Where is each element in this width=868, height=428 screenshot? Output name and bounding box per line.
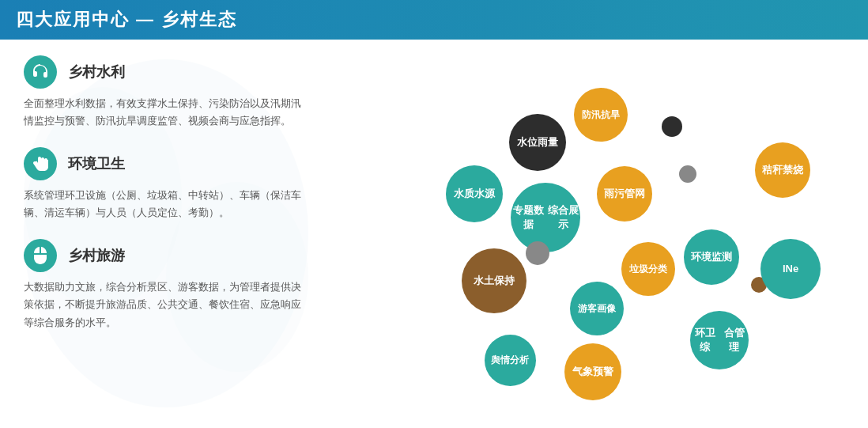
travel-title: 乡村旅游 [68,246,125,265]
hand-icon [31,154,50,173]
bubble-b18: INe [760,239,821,299]
bubble-b13: 秸秆禁烧 [755,142,810,198]
section-travel: 乡村旅游 大数据助力文旅，综合分析景区、游客数据，为管理者提供决策依据，不断提升… [24,239,308,331]
bubble-b9: 舆情分析 [485,335,536,386]
page-title: 四大应用中心 — 乡村生态 [16,8,237,32]
section-water-header: 乡村水利 [24,55,308,89]
water-title: 乡村水利 [68,62,125,81]
travel-desc: 大数据助力文旅，综合分析景区、游客数据，为管理者提供决策依据，不断提升旅游品质、… [24,278,308,331]
page-header: 四大应用中心 — 乡村生态 [0,0,868,40]
headphone-icon [31,62,50,81]
bubble-b7: 垃圾分类 [621,242,675,296]
bubble-b6: 雨污管网 [597,166,652,222]
bubble-b16 [662,116,682,137]
env-title: 环境卫生 [68,154,125,173]
env-icon-circle [24,147,57,180]
bubble-b4: 专题数据综合展示 [511,183,580,252]
bubble-b1: 防汛抗旱 [574,88,628,142]
bubble-b3: 水质水源 [446,165,503,222]
env-desc: 系统管理环卫设施（公厕、垃圾箱、中转站）、车辆（保洁车辆、清运车辆）与人员（人员… [24,187,308,222]
section-travel-header: 乡村旅游 [24,239,308,272]
section-env-header: 环境卫生 [24,147,308,180]
bubble-b12: 环卫综合管理 [690,311,749,369]
bubble-b11: 环境监测 [684,229,739,285]
section-env: 环境卫生 系统管理环卫设施（公厕、垃圾箱、中转站）、车辆（保洁车辆、清运车辆）与… [24,147,308,222]
main-content: 乡村水利 全面整理水利数据，有效支撑水土保持、污染防治以及汛期汛情监控与预警、防… [0,40,868,428]
water-desc: 全面整理水利数据，有效支撑水土保持、污染防治以及汛期汛情监控与预警、防汛抗旱调度… [24,95,308,130]
right-panel: 防汛抗旱水位雨量水质水源专题数据综合展示水土保持雨污管网垃圾分类游客画像舆情分析… [332,40,868,428]
mouse-icon [31,246,50,265]
bubble-b2: 水位雨量 [509,114,566,171]
left-panel: 乡村水利 全面整理水利数据，有效支撑水土保持、污染防治以及汛期汛情监控与预警、防… [0,40,332,428]
bubble-b8: 游客画像 [570,282,624,335]
bubble-b14 [526,241,549,265]
travel-icon-circle [24,239,57,272]
bubble-b5: 水土保持 [462,248,526,313]
bubble-b15 [679,165,696,183]
section-water: 乡村水利 全面整理水利数据，有效支撑水土保持、污染防治以及汛期汛情监控与预警、防… [24,55,308,130]
bubble-b10: 气象预警 [564,343,621,400]
water-icon-circle [24,55,57,89]
